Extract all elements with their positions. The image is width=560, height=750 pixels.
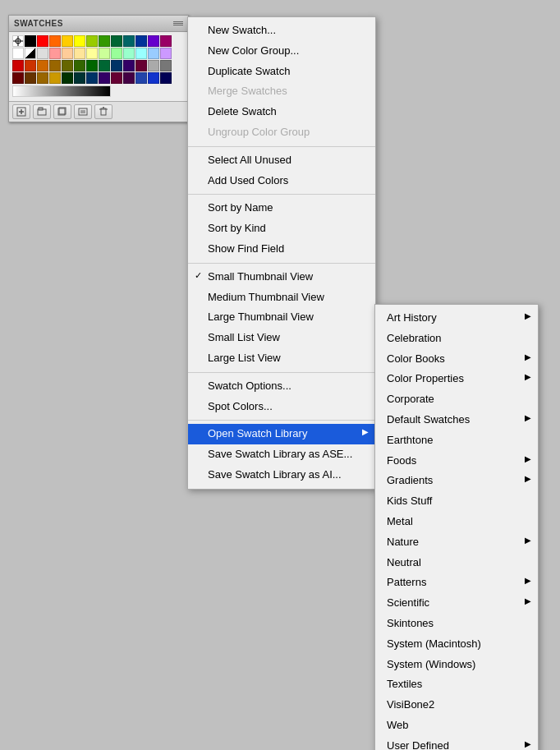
swatch-cell[interactable] bbox=[160, 35, 172, 47]
swatch-cell[interactable] bbox=[148, 48, 159, 59]
swatch-cell[interactable] bbox=[99, 48, 110, 59]
icon-button2[interactable] bbox=[74, 104, 92, 119]
submenu-item-user-defined[interactable]: User Defined bbox=[375, 736, 538, 750]
submenu-item-foods[interactable]: Foods bbox=[375, 451, 538, 472]
swatch-cell[interactable] bbox=[49, 48, 61, 59]
submenu-item-patterns[interactable]: Patterns bbox=[375, 573, 538, 593]
swatch-cell[interactable] bbox=[123, 48, 135, 59]
submenu-item-art-history[interactable]: Art History bbox=[375, 308, 538, 329]
submenu-item-celebration[interactable]: Celebration bbox=[375, 329, 538, 349]
swatch-cell[interactable] bbox=[25, 72, 36, 84]
submenu-item-scientific[interactable]: Scientific bbox=[375, 593, 538, 614]
swatch-cell[interactable] bbox=[12, 48, 24, 59]
new-swatch-button[interactable] bbox=[12, 104, 30, 119]
swatch-cell[interactable] bbox=[62, 60, 73, 71]
swatch-cell[interactable] bbox=[62, 35, 73, 47]
menu-item-open-swatch-library[interactable]: Open Swatch Library bbox=[188, 424, 375, 444]
submenu-item-earthtone[interactable]: Earthtone bbox=[375, 430, 538, 451]
swatch-cell[interactable] bbox=[148, 60, 159, 71]
new-group-button[interactable] bbox=[33, 104, 51, 119]
swatch-cell[interactable] bbox=[25, 35, 36, 47]
menu-item-show-find[interactable]: Show Find Field bbox=[188, 239, 375, 260]
swatch-cell[interactable] bbox=[37, 72, 48, 84]
submenu-item-color-properties[interactable]: Color Properties bbox=[375, 369, 538, 389]
menu-item-large-list[interactable]: Large List View bbox=[188, 348, 375, 369]
swatch-cell[interactable] bbox=[25, 60, 36, 71]
swatch-cell[interactable] bbox=[86, 72, 98, 84]
swatch-cell[interactable] bbox=[12, 35, 24, 47]
swatch-cell[interactable] bbox=[135, 48, 147, 59]
submenu-item-default-swatches[interactable]: Default Swatches bbox=[375, 410, 538, 430]
swatch-cell[interactable] bbox=[74, 60, 85, 71]
swatch-cell[interactable] bbox=[74, 35, 85, 47]
swatch-cell[interactable] bbox=[111, 60, 122, 71]
menu-item-small-list[interactable]: Small List View bbox=[188, 328, 375, 348]
swatch-cell[interactable] bbox=[74, 72, 85, 84]
submenu-item-corporate[interactable]: Corporate bbox=[375, 389, 538, 410]
submenu-item-visibone2[interactable]: VisiBone2 bbox=[375, 695, 538, 715]
submenu-item-kids-stuff[interactable]: Kids Stuff bbox=[375, 491, 538, 512]
icon-button[interactable] bbox=[53, 104, 71, 119]
menu-item-sort-name[interactable]: Sort by Name bbox=[188, 198, 375, 219]
swatch-cell[interactable] bbox=[12, 60, 24, 71]
panel-menu-button[interactable] bbox=[173, 21, 183, 25]
swatch-cell[interactable] bbox=[37, 60, 48, 71]
swatch-cell[interactable] bbox=[37, 48, 48, 59]
swatch-cell[interactable] bbox=[148, 72, 159, 84]
submenu-item-system-windows[interactable]: System (Windows) bbox=[375, 655, 538, 675]
swatch-cell[interactable] bbox=[99, 60, 110, 71]
menu-item-sort-kind[interactable]: Sort by Kind bbox=[188, 219, 375, 239]
swatch-cell[interactable] bbox=[111, 35, 122, 47]
menu-item-duplicate-swatch[interactable]: Duplicate Swatch bbox=[188, 62, 375, 82]
swatch-cell[interactable] bbox=[111, 48, 122, 59]
submenu-item-skintones[interactable]: Skintones bbox=[375, 614, 538, 634]
menu-item-save-ase[interactable]: Save Swatch Library as ASE... bbox=[188, 444, 375, 465]
swatch-cell[interactable] bbox=[160, 48, 172, 59]
submenu-item-neutral[interactable]: Neutral bbox=[375, 553, 538, 573]
swatch-cell[interactable] bbox=[135, 35, 147, 47]
swatch-cell[interactable] bbox=[123, 60, 135, 71]
menu-item-new-swatch[interactable]: New Swatch... bbox=[188, 21, 375, 41]
swatch-cell[interactable] bbox=[148, 35, 159, 47]
swatch-cell[interactable] bbox=[62, 48, 73, 59]
menu-item-new-color-group[interactable]: New Color Group... bbox=[188, 41, 375, 62]
swatch-cell[interactable] bbox=[86, 35, 98, 47]
swatch-cell[interactable] bbox=[12, 72, 24, 84]
swatch-cell[interactable] bbox=[135, 72, 147, 84]
submenu-item-nature[interactable]: Nature bbox=[375, 532, 538, 553]
swatch-cell[interactable] bbox=[86, 60, 98, 71]
menu-item-delete-swatch[interactable]: Delete Swatch bbox=[188, 102, 375, 122]
menu-item-small-thumb[interactable]: Small Thumbnail View bbox=[188, 267, 375, 288]
swatch-cell[interactable] bbox=[99, 72, 110, 84]
submenu-item-color-books[interactable]: Color Books bbox=[375, 349, 538, 370]
submenu-item-gradients[interactable]: Gradients bbox=[375, 471, 538, 491]
swatch-cell[interactable] bbox=[74, 48, 85, 59]
menu-item-add-used-colors[interactable]: Add Used Colors bbox=[188, 171, 375, 191]
menu-item-save-ai[interactable]: Save Swatch Library as AI... bbox=[188, 465, 375, 485]
submenu-item-system-mac[interactable]: System (Macintosh) bbox=[375, 634, 538, 655]
menu-item-select-all-unused[interactable]: Select All Unused bbox=[188, 150, 375, 171]
swatch-cell[interactable] bbox=[160, 60, 172, 71]
menu-item-spot-colors[interactable]: Spot Colors... bbox=[188, 397, 375, 417]
swatch-cell[interactable] bbox=[123, 35, 135, 47]
swatch-cell[interactable] bbox=[49, 35, 61, 47]
swatch-cell[interactable] bbox=[135, 60, 147, 71]
submenu-item-textiles[interactable]: Textiles bbox=[375, 674, 538, 695]
submenu-item-web[interactable]: Web bbox=[375, 715, 538, 736]
swatch-cell[interactable] bbox=[37, 35, 48, 47]
gradient-swatch[interactable] bbox=[12, 85, 111, 97]
swatch-cell[interactable] bbox=[123, 72, 135, 84]
swatch-cell[interactable] bbox=[111, 72, 122, 84]
swatch-cell[interactable] bbox=[25, 48, 36, 59]
menu-item-large-thumb[interactable]: Large Thumbnail View bbox=[188, 307, 375, 328]
swatch-cell[interactable] bbox=[86, 48, 98, 59]
swatch-cell[interactable] bbox=[62, 72, 73, 84]
submenu-item-metal[interactable]: Metal bbox=[375, 512, 538, 532]
swatch-cell[interactable] bbox=[49, 72, 61, 84]
menu-item-medium-thumb[interactable]: Medium Thumbnail View bbox=[188, 288, 375, 308]
swatch-cell[interactable] bbox=[99, 35, 110, 47]
swatch-cell[interactable] bbox=[49, 60, 61, 71]
menu-item-swatch-options[interactable]: Swatch Options... bbox=[188, 376, 375, 397]
delete-swatch-button[interactable] bbox=[94, 104, 112, 119]
swatch-cell[interactable] bbox=[160, 72, 172, 84]
